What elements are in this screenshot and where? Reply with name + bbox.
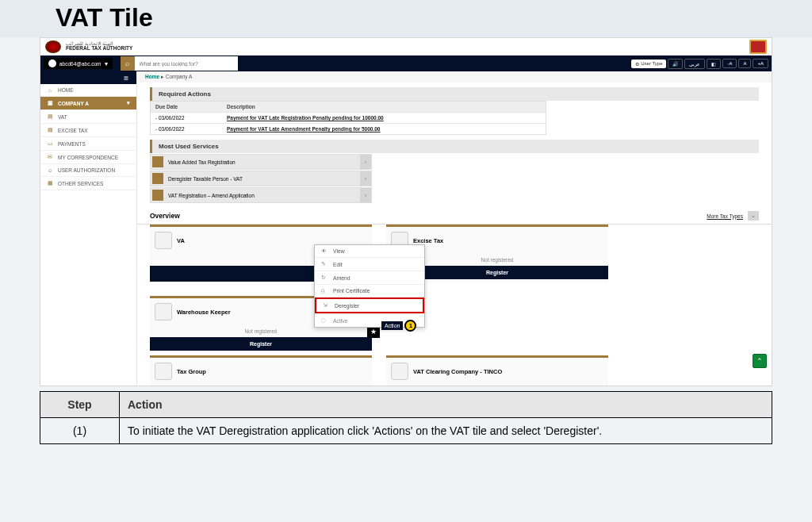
sidebar-item-correspondence[interactable]: ✉MY CORRESPONDENCE xyxy=(40,151,136,164)
step-number-cell: (1) xyxy=(40,418,120,444)
sidebar-item-user-auth[interactable]: ☺USER AUTHORIZATION xyxy=(40,164,136,177)
page-title: VAT Tile xyxy=(0,0,812,37)
actions-label[interactable]: Action xyxy=(381,321,403,330)
refresh-icon: ↻ xyxy=(321,274,328,281)
tile-tax-group: Tax Group Register xyxy=(150,355,372,386)
step-marker-1: 1 xyxy=(404,320,416,332)
top-dark-bar: abcd64@abc.com ▾ ⌕ ⚙User Type 🔊 عربي ◧ -… xyxy=(40,56,772,71)
user-icon: ☺ xyxy=(47,167,53,173)
doc-icon: ▤ xyxy=(47,113,53,120)
agency-name: الهيئة الاتحادية للضرائب FEDERAL TAX AUT… xyxy=(66,41,132,52)
breadcrumb-home-link[interactable]: Home xyxy=(145,74,159,79)
sound-toggle[interactable]: 🔊 xyxy=(668,59,683,69)
col-header-due: Due Date xyxy=(151,102,222,112)
user-chip[interactable]: abcd64@abc.com ▾ xyxy=(44,58,113,69)
service-amend[interactable]: VAT Registration – Amend Application› xyxy=(150,187,372,203)
sidebar-item-excise[interactable]: ▤EXCISE TAX xyxy=(40,124,136,137)
user-email: abcd64@abc.com xyxy=(59,61,102,67)
status-dot-icon: ◌ xyxy=(321,317,328,324)
register-button[interactable]: Register xyxy=(150,337,372,351)
required-action-row: - 03/06/2022 Payment for VAT Late Amendm… xyxy=(151,123,546,134)
user-type-toggle[interactable]: ⚙User Type xyxy=(631,59,666,68)
tile-actions-menu: 👁View ✎Edit ↻Amend ⎙Print Certificate ⇲D… xyxy=(314,244,425,328)
font-default[interactable]: A xyxy=(738,59,751,68)
sidebar-item-home[interactable]: ⌂HOME xyxy=(40,84,136,97)
scroll-to-top-button[interactable]: ⌃ xyxy=(753,354,767,368)
service-icon xyxy=(152,173,163,184)
menu-amend[interactable]: ↻Amend xyxy=(315,271,424,285)
grid-icon: ▦ xyxy=(47,180,53,186)
menu-edit[interactable]: ✎Edit xyxy=(315,258,424,271)
doc-icon: ▤ xyxy=(47,127,53,133)
avatar-icon xyxy=(48,59,56,67)
service-vat-registration[interactable]: Value Added Tax Registration› xyxy=(150,154,372,170)
required-actions-table: Due Date Description - 03/06/2022 Paymen… xyxy=(150,101,546,135)
chevron-right-icon: › xyxy=(360,188,371,202)
mail-icon: ✉ xyxy=(47,154,53,160)
chevron-right-icon: › xyxy=(360,155,371,169)
more-tax-types-link[interactable]: More Tax Types xyxy=(707,213,743,219)
contrast-toggle[interactable]: ◧ xyxy=(707,59,721,69)
menu-deregister[interactable]: ⇲Deregister xyxy=(315,297,424,313)
card-icon: ▭ xyxy=(47,140,53,147)
required-actions-header: Required Actions xyxy=(150,87,759,101)
action-callout: Action 1 xyxy=(381,320,416,332)
chevron-down-icon: ▾ xyxy=(127,100,130,106)
warehouse-tile-icon xyxy=(155,303,172,320)
left-sidebar: ≡ ⌂HOME ▣COMPANY A▾ ▤VAT ▤EXCISE TAX ▭PA… xyxy=(40,71,137,386)
collapse-overview-button[interactable]: ⌄ xyxy=(748,211,759,221)
sidebar-item-vat[interactable]: ▤VAT xyxy=(40,110,136,124)
vat-tile-icon xyxy=(155,232,172,249)
tax-group-tile-icon xyxy=(155,363,172,380)
sidebar-item-company[interactable]: ▣COMPANY A▾ xyxy=(40,97,136,110)
global-search-input[interactable] xyxy=(135,56,238,71)
menu-print-certificate[interactable]: ⎙Print Certificate xyxy=(315,285,424,297)
sidebar-collapse-button[interactable]: ≡ xyxy=(40,71,136,84)
col-header-desc: Description xyxy=(222,102,546,112)
search-icon: ⌕ xyxy=(125,59,129,67)
breadcrumb: Home ▸ Company A xyxy=(137,71,772,83)
fta-logo-icon xyxy=(45,40,61,53)
main-content: Home ▸ Company A Required Actions Due Da… xyxy=(137,71,772,386)
sidebar-item-other[interactable]: ▦OTHER SERVICES xyxy=(40,177,136,190)
eye-icon: 👁 xyxy=(321,248,328,254)
service-icon xyxy=(152,190,163,201)
uae-crest-icon xyxy=(749,40,767,54)
language-toggle[interactable]: عربي xyxy=(684,59,705,69)
pending-payment-link[interactable]: Payment for VAT Late Registration Penalt… xyxy=(227,115,384,121)
deregister-icon: ⇲ xyxy=(323,302,330,309)
font-increase[interactable]: +A xyxy=(753,59,768,68)
col-header-step: Step xyxy=(40,392,120,418)
sidebar-item-payments[interactable]: ▭PAYMENTS xyxy=(40,137,136,151)
print-icon: ⎙ xyxy=(321,288,328,294)
chevron-down-icon: ▾ xyxy=(105,60,108,67)
home-icon: ⌂ xyxy=(47,87,53,93)
building-icon: ▣ xyxy=(47,100,53,106)
pending-payment-link[interactable]: Payment for VAT Late Amendment Penalty p… xyxy=(227,126,380,132)
service-icon xyxy=(152,156,163,167)
services-header: Most Used Services xyxy=(150,140,759,153)
agency-header: الهيئة الاتحادية للضرائب FEDERAL TAX AUT… xyxy=(40,38,772,56)
tile-tinco: VAT Clearing Company - TINCO Not registe… xyxy=(386,355,608,386)
font-decrease[interactable]: -A xyxy=(722,59,737,68)
tinco-tile-icon xyxy=(391,363,408,380)
overview-header: Overview xyxy=(150,212,180,220)
chevron-right-icon: › xyxy=(360,171,371,186)
pencil-icon: ✎ xyxy=(321,261,328,267)
step-action-cell: To initiate the VAT Deregistration appli… xyxy=(120,418,772,444)
menu-view[interactable]: 👁View xyxy=(315,245,424,258)
required-action-row: - 03/06/2022 Payment for VAT Late Regist… xyxy=(151,112,546,123)
search-button[interactable]: ⌕ xyxy=(121,56,135,71)
step-action-table: Step Action (1) To initiate the VAT Dere… xyxy=(40,391,772,444)
col-header-action: Action xyxy=(120,392,772,418)
app-screenshot: الهيئة الاتحادية للضرائب FEDERAL TAX AUT… xyxy=(40,37,772,386)
service-deregister[interactable]: Deregister Taxable Person - VAT› xyxy=(150,171,372,186)
